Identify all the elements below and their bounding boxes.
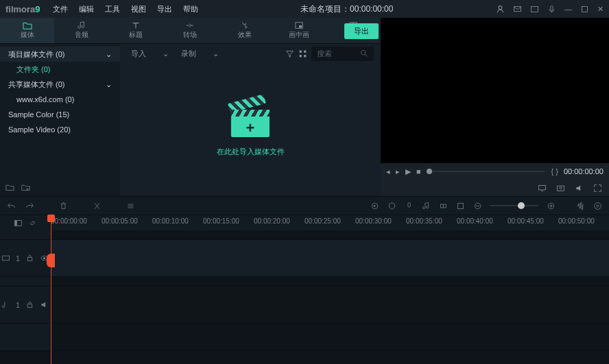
sidebar-item-x6d[interactable]: www.x6d.com (0) (0, 92, 120, 107)
voiceover-icon[interactable] (405, 202, 414, 210)
media-drop-zone[interactable]: + 在此处导入媒体文件 (120, 63, 381, 196)
preview-panel: ◂ ▸ ▶ ■ { } 00:00:00:00 (381, 18, 609, 196)
menu-view[interactable]: 视图 (131, 4, 146, 14)
redo-icon[interactable] (25, 202, 34, 210)
svg-rect-25 (3, 256, 10, 260)
zoom-out-icon[interactable] (473, 202, 482, 210)
audio-track-1[interactable]: 1 (0, 287, 609, 324)
tab-media[interactable]: 媒体 (0, 18, 54, 43)
menu-file[interactable]: 文件 (53, 4, 68, 14)
track-controls-header (0, 215, 51, 230)
prev-frame-icon[interactable]: ◂ (386, 167, 390, 176)
new-folder-icon[interactable] (5, 183, 14, 192)
display-icon[interactable] (538, 184, 547, 193)
svg-point-14 (560, 186, 562, 189)
media-toolbar: 导入⌄ 录制⌄ 搜索 (120, 44, 381, 63)
filter-icon[interactable] (285, 49, 294, 58)
close-icon[interactable]: ✕ (597, 5, 604, 14)
waveform-icon[interactable] (576, 202, 585, 210)
svg-rect-10 (304, 55, 306, 57)
render-icon[interactable] (370, 202, 379, 210)
sidebar-item-project-media[interactable]: 项目媒体文件 (0)⌄ (0, 47, 120, 62)
marker-icon[interactable] (387, 202, 396, 210)
titlebar: filmora9 文件 编辑 工具 视图 导出 帮助 未命名项目：00:00:0… (0, 0, 609, 18)
search-input[interactable]: 搜索 (311, 47, 374, 61)
menu-export[interactable]: 导出 (157, 4, 172, 14)
menu-tools[interactable]: 工具 (105, 4, 120, 14)
track-view-icon[interactable] (14, 219, 23, 228)
svg-point-27 (43, 257, 45, 259)
lock-icon[interactable] (25, 254, 34, 263)
preview-scrubber[interactable] (427, 171, 546, 172)
zoom-slider[interactable] (490, 205, 538, 206)
svg-rect-12 (539, 185, 546, 190)
svg-rect-9 (300, 55, 302, 57)
tab-pip[interactable]: 画中画 (272, 18, 326, 43)
menu-help[interactable]: 帮助 (183, 4, 198, 14)
svg-rect-5 (299, 25, 302, 27)
import-dropdown[interactable]: 导入⌄ (127, 47, 173, 60)
sidebar-item-sample-video[interactable]: Sample Video (20) (0, 122, 120, 137)
svg-rect-16 (408, 202, 410, 207)
preview-video[interactable] (381, 18, 609, 163)
menu-edit[interactable]: 编辑 (79, 4, 94, 14)
svg-point-22 (595, 202, 601, 209)
chevron-down-icon: ⌄ (213, 49, 219, 58)
svg-rect-28 (27, 304, 32, 308)
svg-rect-3 (582, 6, 587, 12)
playhead[interactable] (51, 215, 51, 364)
sidebar-item-sample-color[interactable]: Sample Color (15) (0, 107, 120, 122)
add-folder-icon[interactable] (21, 183, 30, 192)
grid-view-icon[interactable] (298, 49, 307, 58)
mic-icon[interactable] (547, 5, 556, 14)
settings-icon[interactable] (593, 202, 602, 210)
project-title: 未命名项目：00:00:00:00 (198, 3, 496, 15)
media-tabs: 媒体 音频 标题 转场 效果 画中画 分屏 (0, 18, 381, 44)
maximize-icon[interactable] (580, 5, 589, 14)
svg-point-21 (597, 204, 599, 206)
audio-track-icon (1, 300, 10, 309)
fullscreen-icon[interactable] (593, 184, 602, 193)
message-icon[interactable] (513, 5, 522, 14)
music-tool-icon[interactable] (422, 202, 431, 210)
video-track-1[interactable]: 1 (0, 240, 609, 277)
drop-zone-hint: 在此处导入媒体文件 (217, 147, 285, 157)
timeline-ruler[interactable]: 00:00:00:00 00:00:05:00 00:00:10:00 00:0… (51, 215, 609, 230)
svg-rect-2 (551, 5, 553, 10)
volume-icon[interactable] (575, 184, 584, 193)
undo-icon[interactable] (7, 202, 16, 210)
chevron-down-icon: ⌄ (163, 49, 169, 58)
timeline-toolbar (0, 196, 609, 215)
play-icon[interactable]: ▶ (405, 167, 411, 176)
tab-transitions[interactable]: 转场 (163, 18, 217, 43)
link-icon[interactable] (28, 219, 37, 228)
chevron-down-icon: ⌄ (106, 48, 112, 60)
tab-audio[interactable]: 音频 (54, 18, 108, 43)
stop-icon[interactable]: ■ (416, 167, 421, 175)
svg-rect-7 (300, 50, 302, 52)
keyframe-icon[interactable] (439, 202, 448, 210)
zoom-in-icon[interactable] (547, 202, 556, 210)
user-icon[interactable] (496, 5, 505, 14)
preview-markers: { } (551, 167, 558, 175)
preview-timecode: 00:00:00:00 (564, 167, 604, 175)
main-menu: 文件 编辑 工具 视图 导出 帮助 (53, 4, 198, 14)
sidebar-item-shared-media[interactable]: 共享媒体文件 (0)⌄ (0, 77, 120, 92)
delete-icon[interactable] (59, 202, 68, 210)
mute-icon[interactable] (40, 300, 49, 309)
svg-rect-26 (27, 258, 32, 261)
record-dropdown[interactable]: 录制⌄ (177, 47, 223, 60)
sidebar-item-folder[interactable]: 文件夹 (0) (0, 62, 120, 77)
tab-titles[interactable]: 标题 (109, 18, 163, 43)
adjust-icon[interactable] (126, 202, 135, 210)
search-icon (359, 49, 368, 59)
lock-icon[interactable] (25, 300, 34, 309)
split-icon[interactable] (93, 202, 102, 210)
tab-effects[interactable]: 效果 (217, 18, 272, 43)
minimize-icon[interactable]: — (564, 5, 572, 13)
snapshot-icon[interactable] (556, 184, 565, 193)
inbox-icon[interactable] (530, 5, 539, 14)
play-back-icon[interactable]: ▸ (396, 167, 400, 176)
crop-icon[interactable] (456, 202, 465, 210)
export-button[interactable]: 导出 (344, 23, 379, 39)
